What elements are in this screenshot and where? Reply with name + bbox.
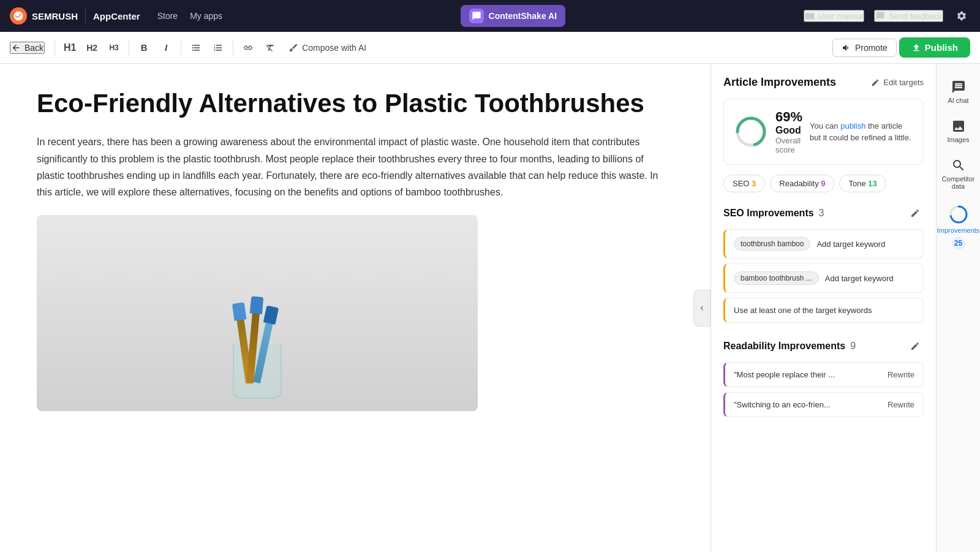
toothbrush-illustration <box>37 215 478 411</box>
heading1-button[interactable]: H1 <box>60 38 80 58</box>
improvements-panel: Article Improvements Edit targets 69% <box>711 64 936 552</box>
unordered-list-button[interactable] <box>186 38 206 58</box>
semrush-logo-icon <box>10 7 27 25</box>
nav-right: User manual Send feedback <box>804 7 970 25</box>
back-button[interactable]: Back <box>10 42 45 54</box>
overall-score-label: Overall score <box>775 136 802 154</box>
ordered-list-button[interactable] <box>208 38 228 58</box>
side-icons-panel: AI chat Images Competitor data <box>936 64 980 552</box>
editor-area[interactable]: Eco-Friendly Alternatives to Plastic Too… <box>0 64 710 552</box>
myapps-link[interactable]: My apps <box>190 11 222 21</box>
competitor-data-button[interactable]: Competitor data <box>940 152 977 196</box>
seo-tab[interactable]: SEO 3 <box>723 175 765 192</box>
seo-improvements-header: SEO Improvements 3 <box>723 205 924 222</box>
readability-card-1[interactable]: "Most people replace their ... Rewrite <box>723 362 924 387</box>
compose-ai-label: Compose with AI <box>302 43 366 53</box>
toolbar-separator-3 <box>181 40 181 55</box>
brand-logo: SEMRUSH AppCenter <box>10 7 140 25</box>
send-feedback-btn[interactable]: Send feedback <box>874 10 943 22</box>
article-title[interactable]: Eco-Friendly Alternatives to Plastic Too… <box>37 88 674 119</box>
send-feedback-label: Send feedback <box>889 12 942 21</box>
seo-card-1[interactable]: toothbrush bamboo Add target keyword <box>723 229 924 259</box>
appcenter-label: AppCenter <box>93 11 140 21</box>
editor-toolbar: Back H1 H2 H3 B I Compose with AI Promot… <box>0 32 980 64</box>
app-badge[interactable]: ContentShake AI <box>461 5 566 27</box>
seo-card-3-text: Use at least one of the target keywords <box>734 306 914 315</box>
readability-card-2-action: Rewrite <box>888 400 914 409</box>
settings-gear-icon[interactable] <box>953 7 970 25</box>
readability-improvements-section: Readability Improvements 9 "Most people … <box>723 338 924 417</box>
toolbar-separator-1 <box>55 40 55 55</box>
ai-chat-button[interactable]: AI chat <box>940 74 977 110</box>
publish-label: Publish <box>925 42 958 53</box>
readability-card-2-quote: "Switching to an eco-frien... <box>734 400 881 409</box>
article-body[interactable]: In recent years, there has been a growin… <box>37 134 674 200</box>
edit-targets-label: Edit targets <box>883 78 924 87</box>
user-manual-label: User manual <box>818 12 864 21</box>
images-button[interactable]: Images <box>940 113 977 149</box>
images-label: Images <box>947 136 969 143</box>
format-clear-button[interactable] <box>260 38 280 58</box>
back-label: Back <box>24 43 43 53</box>
improvements-count-badge: 25 <box>952 236 965 250</box>
readability-card-1-action: Rewrite <box>888 370 914 379</box>
user-manual-btn[interactable]: User manual <box>804 10 865 22</box>
keyword-tag-2: bamboo toothbrush ... <box>734 271 819 285</box>
improvements-label: Improvements <box>937 227 980 234</box>
top-nav: SEMRUSH AppCenter Store My apps ContentS… <box>0 0 980 32</box>
seo-improvements-section: SEO Improvements 3 toothbrush bamboo Add… <box>723 205 924 323</box>
seo-card-2[interactable]: bamboo toothbrush ... Add target keyword <box>723 263 924 293</box>
seo-card-1-action: Add target keyword <box>816 240 914 249</box>
score-info: 69% Good Overall score <box>775 109 802 154</box>
readability-count: 9 <box>821 179 825 188</box>
compose-with-ai-button[interactable]: Compose with AI <box>282 39 372 56</box>
semrush-brand: SEMRUSH <box>32 11 78 21</box>
publish-button[interactable]: Publish <box>899 37 970 58</box>
ai-chat-label: AI chat <box>948 97 968 104</box>
panel-title: Article Improvements <box>723 76 836 89</box>
competitor-data-label: Competitor data <box>942 175 975 190</box>
score-description: You can publish the article but it could… <box>810 120 913 144</box>
readability-improvements-header: Readability Improvements 9 <box>723 338 924 355</box>
nav-links: Store My apps <box>157 11 222 21</box>
toolbar-separator-4 <box>233 40 233 55</box>
promote-label: Promote <box>855 43 888 53</box>
heading3-button[interactable]: H3 <box>104 38 124 58</box>
readability-card-1-quote: "Most people replace their ... <box>734 370 881 379</box>
italic-button[interactable]: I <box>156 38 176 58</box>
publish-link[interactable]: publish <box>840 121 865 130</box>
readability-improvements-title: Readability Improvements 9 <box>723 341 856 352</box>
right-panel: Article Improvements Edit targets 69% <box>710 64 980 552</box>
heading2-button[interactable]: H2 <box>82 38 102 58</box>
seo-count: 3 <box>752 179 756 188</box>
improvements-button[interactable]: Improvements 25 <box>940 198 977 256</box>
seo-improvements-title: SEO Improvements 3 <box>723 208 824 219</box>
tone-count: 13 <box>868 179 876 188</box>
seo-edit-button[interactable] <box>907 205 924 222</box>
readability-tab[interactable]: Readability 9 <box>770 175 834 192</box>
readability-card-2[interactable]: "Switching to an eco-frien... Rewrite <box>723 392 924 417</box>
score-value: 69% Good <box>775 109 802 136</box>
link-button[interactable] <box>238 38 258 58</box>
score-tabs: SEO 3 Readability 9 Tone 13 <box>723 175 924 192</box>
keyword-tag-1: toothbrush bamboo <box>734 237 810 251</box>
panel-collapse-toggle[interactable] <box>693 290 710 327</box>
article-image <box>37 215 478 411</box>
seo-card-2-action: Add target keyword <box>825 274 914 283</box>
contentshake-icon <box>469 9 484 23</box>
seo-card-3[interactable]: Use at least one of the target keywords <box>723 298 924 323</box>
main-layout: Eco-Friendly Alternatives to Plastic Too… <box>0 64 980 552</box>
nav-divider <box>85 9 86 23</box>
toolbar-separator-2 <box>129 40 129 55</box>
tone-tab[interactable]: Tone 13 <box>839 175 886 192</box>
edit-targets-button[interactable]: Edit targets <box>871 78 924 87</box>
bold-button[interactable]: B <box>134 38 154 58</box>
app-name: ContentShake AI <box>489 11 557 21</box>
store-link[interactable]: Store <box>157 11 178 21</box>
readability-edit-button[interactable] <box>907 338 924 355</box>
score-ring <box>734 115 768 149</box>
score-section: 69% Good Overall score You can publish t… <box>723 99 924 165</box>
promote-button[interactable]: Promote <box>832 39 897 57</box>
panel-header: Article Improvements Edit targets <box>723 76 924 89</box>
